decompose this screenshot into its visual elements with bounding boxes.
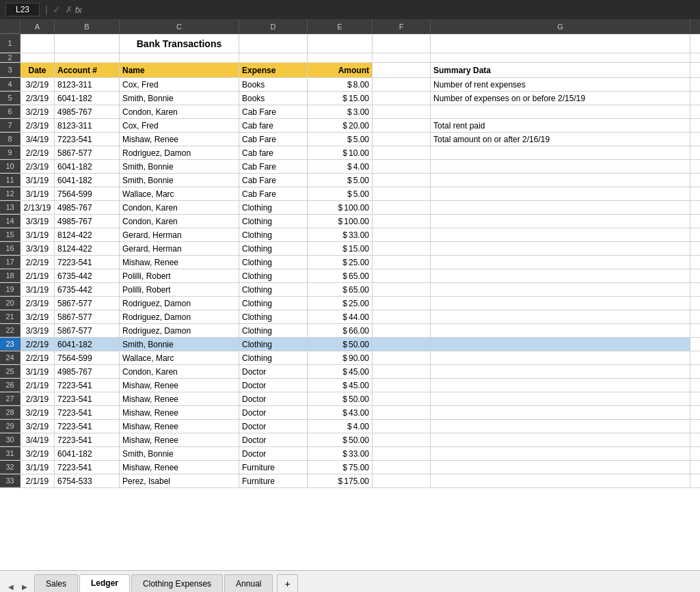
cell-account[interactable]: 8124-422 [55, 242, 120, 255]
cell-expense[interactable]: Doctor [239, 420, 308, 433]
cell-expense[interactable]: Doctor [239, 447, 308, 460]
cell-name[interactable]: Gerard, Herman [120, 228, 239, 241]
cell-summary[interactable] [431, 379, 690, 392]
cell-name[interactable]: Cox, Fred [120, 78, 239, 91]
cell-date[interactable]: 2/2/19 [21, 351, 55, 364]
cell-f[interactable] [373, 420, 431, 433]
cell-date[interactable]: 3/2/19 [21, 406, 55, 419]
cell-expense[interactable]: Clothing [239, 215, 308, 228]
cell-summary[interactable]: Number of rent expenses [431, 78, 690, 91]
cell-summary[interactable] [431, 392, 690, 405]
cell-summary[interactable] [431, 160, 690, 173]
cell-expense[interactable]: Clothing [239, 242, 308, 255]
cell-expense[interactable]: Doctor [239, 379, 308, 392]
cell-summary[interactable] [431, 461, 690, 474]
cell-amount[interactable]: $ 50.00 [308, 338, 373, 351]
cell-date[interactable]: 2/3/19 [21, 92, 55, 105]
col-header-d[interactable]: D [239, 19, 308, 33]
cell-name[interactable]: Rodriguez, Damon [120, 310, 239, 323]
cell-f[interactable] [373, 146, 431, 159]
cell-account[interactable]: 6735-442 [55, 283, 120, 296]
cell-f[interactable] [373, 447, 431, 460]
cell-d2[interactable] [239, 53, 308, 62]
cell-date[interactable]: 3/1/19 [21, 174, 55, 187]
cell-summary[interactable] [431, 351, 690, 364]
cell-name[interactable]: Polilli, Robert [120, 283, 239, 296]
cell-summary[interactable] [431, 174, 690, 187]
cell-g2[interactable] [431, 53, 690, 62]
cell-summary[interactable] [431, 406, 690, 419]
cell-summary[interactable] [431, 228, 690, 241]
cell-expense[interactable]: Furniture [239, 461, 308, 474]
cell-amount[interactable]: $ 44.00 [308, 310, 373, 323]
cell-date[interactable]: 3/1/19 [21, 187, 55, 200]
cell-account[interactable]: 6041-182 [55, 338, 120, 351]
cell-name[interactable]: Wallace, Marc [120, 187, 239, 200]
cell-name[interactable]: Rodriguez, Damon [120, 146, 239, 159]
cell-summary[interactable]: Total amount on or after 2/16/19 [431, 133, 690, 146]
cell-amount[interactable]: $ 43.00 [308, 406, 373, 419]
cell-g3[interactable]: Summary Data [431, 63, 690, 77]
cell-account[interactable]: 6754-533 [55, 474, 120, 487]
cell-f[interactable] [373, 406, 431, 419]
cell-expense[interactable]: Cab Fare [239, 187, 308, 200]
cell-summary[interactable] [431, 365, 690, 378]
cell-expense[interactable]: Cab Fare [239, 105, 308, 118]
cell-name[interactable]: Wallace, Marc [120, 351, 239, 364]
cell-date[interactable]: 3/2/19 [21, 78, 55, 91]
cell-expense[interactable]: Books [239, 92, 308, 105]
tab-next-button[interactable]: ▶ [19, 581, 30, 592]
col-header-a[interactable]: A [21, 19, 55, 33]
cell-expense[interactable]: Clothing [239, 283, 308, 296]
cell-amount[interactable]: $ 90.00 [308, 351, 373, 364]
tab-sales[interactable]: Sales [34, 574, 78, 592]
cell-date[interactable]: 3/2/19 [21, 310, 55, 323]
cell-account[interactable]: 6041-182 [55, 160, 120, 173]
cell-expense[interactable]: Doctor [239, 365, 308, 378]
cell-date[interactable]: 3/3/19 [21, 242, 55, 255]
cell-g1[interactable] [431, 34, 690, 53]
cell-summary[interactable] [431, 297, 690, 310]
cell-name[interactable]: Cox, Fred [120, 119, 239, 132]
cell-date[interactable]: 2/3/19 [21, 160, 55, 173]
cell-name[interactable]: Mishaw, Renee [120, 256, 239, 269]
cell-amount[interactable]: $ 65.00 [308, 283, 373, 296]
cell-amount[interactable]: $ 65.00 [308, 269, 373, 282]
cell-amount[interactable]: $ 15.00 [308, 242, 373, 255]
cell-f[interactable] [373, 174, 431, 187]
cell-date[interactable]: 2/3/19 [21, 392, 55, 405]
col-header-e[interactable]: E [308, 19, 373, 33]
cell-c2[interactable] [120, 53, 239, 62]
col-header-b[interactable]: B [55, 19, 120, 33]
cell-summary[interactable] [431, 447, 690, 460]
cell-account[interactable]: 7223-541 [55, 420, 120, 433]
cell-name[interactable]: Smith, Bonnie [120, 174, 239, 187]
cell-date[interactable]: 3/4/19 [21, 133, 55, 146]
cell-name[interactable]: Rodriguez, Damon [120, 297, 239, 310]
tab-clothing-expenses[interactable]: Clothing Expenses [131, 574, 223, 592]
tab-annual[interactable]: Annual [224, 574, 273, 592]
cell-account[interactable]: 7223-541 [55, 461, 120, 474]
cell-summary[interactable] [431, 433, 690, 446]
cell-date[interactable]: 3/1/19 [21, 461, 55, 474]
cell-account[interactable]: 7223-541 [55, 256, 120, 269]
cell-amount[interactable]: $ 75.00 [308, 461, 373, 474]
cell-f[interactable] [373, 324, 431, 337]
cell-name[interactable]: Smith, Bonnie [120, 338, 239, 351]
cell-name[interactable]: Mishaw, Renee [120, 420, 239, 433]
cell-f3[interactable] [373, 63, 431, 77]
cell-amount[interactable]: $ 45.00 [308, 379, 373, 392]
cell-amount[interactable]: $ 100.00 [308, 201, 373, 214]
cell-account[interactable]: 6041-182 [55, 447, 120, 460]
cell-amount[interactable]: $ 8.00 [308, 78, 373, 91]
cell-c1[interactable]: Bank Transactions [120, 34, 239, 53]
cell-expense[interactable]: Clothing [239, 351, 308, 364]
cell-f[interactable] [373, 283, 431, 296]
cell-f[interactable] [373, 187, 431, 200]
cell-amount[interactable]: $ 5.00 [308, 174, 373, 187]
cell-account[interactable]: 7223-541 [55, 406, 120, 419]
cell-amount[interactable]: $ 50.00 [308, 433, 373, 446]
cell-amount[interactable]: $ 5.00 [308, 187, 373, 200]
cell-summary[interactable] [431, 310, 690, 323]
cell-account[interactable]: 5867-577 [55, 324, 120, 337]
